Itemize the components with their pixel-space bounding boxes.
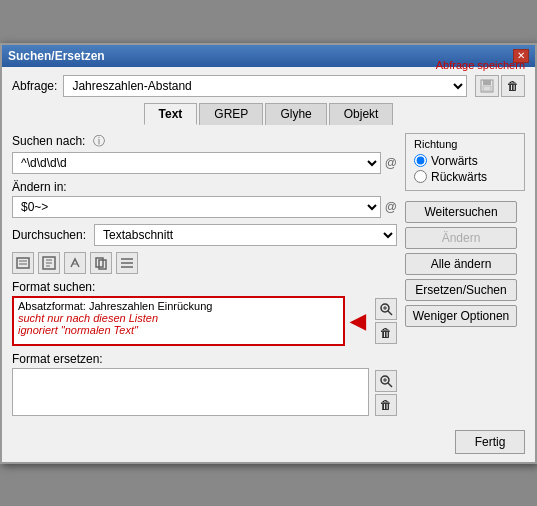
suchen-nach-label: Suchen nach: ⓘ <box>12 133 397 150</box>
format-replace-section: Format ersetzen: <box>12 352 397 416</box>
alle-aendern-button[interactable]: Alle ändern <box>405 253 517 275</box>
dialog-suchen-ersetzen: Suchen/Ersetzen ✕ Abfrage: Jahreszahlen-… <box>0 43 537 464</box>
rueckwaerts-label: Rückwärts <box>431 170 487 184</box>
durchsuchen-select[interactable]: Textabschnitt <box>94 224 397 246</box>
ersetzen-suchen-button[interactable]: Ersetzen/Suchen <box>405 279 517 301</box>
query-label: Abfrage: <box>12 79 57 93</box>
durchsuchen-block: Durchsuchen: Textabschnitt <box>12 224 397 246</box>
tab-objekt[interactable]: Objekt <box>329 103 394 125</box>
format-warning-line2: ignoriert "normalen Text" <box>18 324 339 336</box>
magnify-icon-2 <box>379 374 393 388</box>
dialog-title: Suchen/Ersetzen <box>8 49 105 63</box>
icon-btn-1[interactable] <box>12 252 34 274</box>
magnify-icon <box>379 302 393 316</box>
format-icon-3 <box>67 255 83 271</box>
query-row: Abfrage: Jahreszahlen-Abstand Abfrage sp… <box>12 75 525 97</box>
format-replace-label: Format ersetzen: <box>12 352 397 366</box>
tab-glyhe[interactable]: Glyhe <box>265 103 326 125</box>
format-icon-4 <box>93 255 109 271</box>
format-replace-magnify-btn[interactable] <box>375 370 397 392</box>
durchsuchen-label: Durchsuchen: <box>12 228 86 242</box>
tab-bar: Text GREP Glyhe Objekt <box>12 103 525 125</box>
aendern-in-label: Ändern in: <box>12 180 397 194</box>
format-replace-trash-btn[interactable]: 🗑 <box>375 394 397 416</box>
format-replace-input[interactable] <box>12 368 369 416</box>
right-panel: Richtung Vorwärts Rückwärts Weitersuchen… <box>405 133 525 422</box>
format-icon-1 <box>15 255 31 271</box>
rueckwaerts-radio-row: Rückwärts <box>414 170 516 184</box>
save-query-label: Abfrage speichern <box>436 59 525 71</box>
format-suchen-label: Format suchen: <box>12 280 397 294</box>
aendern-in-select[interactable]: $0~> <box>12 196 381 218</box>
weitersuchen-button[interactable]: Weitersuchen <box>405 201 517 223</box>
svg-rect-2 <box>483 86 491 91</box>
toolbar-icons <box>12 252 397 274</box>
tab-grep[interactable]: GREP <box>199 103 263 125</box>
svg-rect-1 <box>483 80 491 85</box>
format-replace-wrap: 🗑 <box>12 368 397 416</box>
suchen-at-icon[interactable]: @ <box>385 156 397 170</box>
dialog-body: Abfrage: Jahreszahlen-Abstand Abfrage sp… <box>2 67 535 462</box>
icon-btn-3[interactable] <box>64 252 86 274</box>
trash-icon-2: 🗑 <box>380 326 392 340</box>
bottom-row: Fertig <box>12 430 525 454</box>
delete-query-button[interactable]: 🗑 <box>501 75 525 97</box>
red-arrow: ◀ <box>350 309 365 333</box>
aendern-at-icon[interactable]: @ <box>385 200 397 214</box>
rueckwaerts-radio[interactable] <box>414 170 427 183</box>
save-query-area: Abfrage speichern 🗑 <box>473 75 525 97</box>
svg-line-17 <box>388 311 392 315</box>
durchsuchen-row: Durchsuchen: Textabschnitt <box>12 224 397 246</box>
main-content: Suchen nach: ⓘ ^\d\d\d\d @ Ändern in: <box>12 133 525 422</box>
save-query-button[interactable] <box>475 75 499 97</box>
aendern-in-row: $0~> @ <box>12 196 397 218</box>
suchen-nach-select[interactable]: ^\d\d\d\d <box>12 152 381 174</box>
fertig-button[interactable]: Fertig <box>455 430 525 454</box>
aendern-in-block: Ändern in: $0~> @ <box>12 180 397 218</box>
vorwaerts-label: Vorwärts <box>431 154 478 168</box>
format-search-input[interactable]: Absatzformat: Jahreszahlen Einrückung su… <box>12 296 345 346</box>
format-search-trash-btn[interactable]: 🗑 <box>375 322 397 344</box>
info-icon: ⓘ <box>93 134 105 148</box>
vorwaerts-radio[interactable] <box>414 154 427 167</box>
trash-icon-3: 🗑 <box>380 398 392 412</box>
tab-text[interactable]: Text <box>144 103 198 125</box>
icon-btn-2[interactable] <box>38 252 60 274</box>
vorwaerts-radio-row: Vorwärts <box>414 154 516 168</box>
direction-title: Richtung <box>414 138 516 150</box>
trash-icon: 🗑 <box>507 79 519 93</box>
svg-rect-3 <box>17 258 29 268</box>
direction-box: Richtung Vorwärts Rückwärts <box>405 133 525 191</box>
icon-btn-5[interactable] <box>116 252 138 274</box>
format-icon-2 <box>41 255 57 271</box>
icon-btn-4[interactable] <box>90 252 112 274</box>
svg-line-21 <box>388 383 392 387</box>
query-select[interactable]: Jahreszahlen-Abstand <box>63 75 467 97</box>
weniger-optionen-button[interactable]: Weniger Optionen <box>405 305 517 327</box>
suchen-nach-block: Suchen nach: ⓘ ^\d\d\d\d @ <box>12 133 397 174</box>
format-icon-5 <box>119 255 135 271</box>
format-search-box-outer: Absatzformat: Jahreszahlen Einrückung su… <box>12 296 397 346</box>
format-suchen-section: Format suchen: Absatzformat: Jahreszahle… <box>12 280 397 346</box>
aendern-button[interactable]: Ändern <box>405 227 517 249</box>
save-icon <box>479 78 495 94</box>
format-warning-line1: sucht nur nach diesen Listen <box>18 312 339 324</box>
left-panel: Suchen nach: ⓘ ^\d\d\d\d @ Ändern in: <box>12 133 397 422</box>
suchen-nach-row: ^\d\d\d\d @ <box>12 152 397 174</box>
format-search-text: Absatzformat: Jahreszahlen Einrückung <box>18 300 339 312</box>
format-search-magnify-btn[interactable] <box>375 298 397 320</box>
